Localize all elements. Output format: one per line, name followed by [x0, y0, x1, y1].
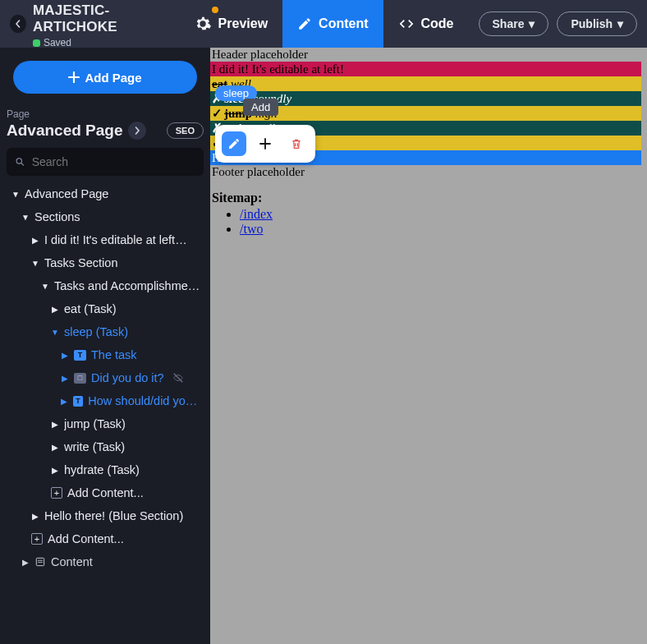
tree-node-sleep[interactable]: ▼sleep (Task) — [0, 320, 210, 343]
view-tabs: Preview Content Code Share ▾ Publish ▾ — [179, 0, 647, 48]
tree-node-jump[interactable]: ▶jump (Task) — [0, 412, 210, 435]
seo-button[interactable]: SEO — [167, 122, 204, 139]
tree-content-group[interactable]: ▶Content — [0, 550, 210, 573]
share-label: Share — [493, 17, 525, 30]
add-page-button[interactable]: Add Page — [13, 61, 197, 94]
pencil-icon — [227, 137, 241, 150]
add-page-label: Add Page — [85, 71, 141, 85]
search-input[interactable] — [32, 155, 195, 168]
sitemap: Sitemap: /index /two — [210, 191, 647, 237]
tree-node-eat[interactable]: ▶eat (Task) — [0, 297, 210, 320]
chevron-right-icon — [133, 126, 141, 135]
page-tree: ▼Advanced Page ▼Sections ▶I did it! It's… — [0, 182, 210, 644]
toolbar-add-button[interactable] — [253, 131, 278, 156]
sitemap-label: Sitemap: — [212, 191, 262, 205]
back-button[interactable] — [10, 15, 26, 33]
tree-node-did-you[interactable]: ▶□Did you do it? — [0, 366, 210, 389]
share-button[interactable]: Share ▾ — [479, 12, 549, 36]
content-icon — [34, 556, 46, 568]
tree-node-hydrate[interactable]: ▶hydrate (Task) — [0, 458, 210, 481]
svg-point-0 — [16, 159, 21, 163]
tree-add-content-inner[interactable]: +Add Content... — [0, 481, 210, 504]
saved-indicator-icon — [33, 39, 40, 47]
plus-icon — [68, 71, 80, 83]
text-field-icon: T — [74, 350, 86, 361]
sidebar: Add Page Page Advanced Page SEO ▼Advance… — [0, 48, 210, 644]
plus-box-icon: + — [31, 533, 43, 545]
canvas-footer: Footer placeholder — [210, 165, 647, 179]
tree-node-sections[interactable]: ▼Sections — [0, 205, 210, 228]
canvas-header: Header placeholder — [210, 48, 647, 62]
tree-node-didit[interactable]: ▶I did it! It's editable at left… — [0, 228, 210, 251]
page-switcher[interactable] — [128, 122, 146, 140]
tab-preview-label: Preview — [218, 16, 268, 31]
page-title: Advanced Page — [7, 122, 123, 140]
tree-node-hello[interactable]: ▶Hello there! (Blue Section) — [0, 504, 210, 527]
chevron-left-icon — [14, 20, 22, 28]
trash-icon — [290, 137, 303, 150]
code-icon — [398, 16, 415, 32]
saved-status: Saved — [44, 37, 71, 48]
topbar: MAJESTIC-ARTICHOKE Saved Preview Content… — [0, 0, 647, 48]
tree-add-content-outer[interactable]: +Add Content... — [0, 527, 210, 550]
project-title: MAJESTIC-ARTICHOKE — [33, 2, 179, 35]
toolbar-delete-button[interactable] — [284, 131, 309, 156]
sitemap-link-index[interactable]: /index — [240, 207, 273, 221]
tooltip-add: Add — [243, 99, 278, 116]
plus-box-icon: + — [51, 487, 62, 499]
tab-code-label: Code — [421, 16, 454, 31]
hidden-icon — [172, 372, 184, 384]
plus-icon — [259, 137, 272, 150]
gear-icon — [194, 15, 212, 33]
project-info: MAJESTIC-ARTICHOKE Saved — [33, 0, 179, 48]
svg-rect-1 — [36, 558, 44, 565]
tab-preview[interactable]: Preview — [179, 0, 282, 48]
tab-content-label: Content — [319, 16, 368, 31]
tree-node-write[interactable]: ▶write (Task) — [0, 435, 210, 458]
tree-node-the-task[interactable]: ▶TThe task — [0, 343, 210, 366]
text-field-icon: T — [73, 396, 84, 407]
search-icon — [15, 156, 25, 168]
canvas-task-eat[interactable]: eat well — [210, 76, 641, 91]
tree-node-root[interactable]: ▼Advanced Page — [0, 182, 210, 205]
page-section-label: Page — [7, 108, 210, 120]
notification-dot-icon — [212, 7, 218, 13]
toolbar-edit-button[interactable] — [222, 131, 246, 156]
sitemap-link-two[interactable]: /two — [240, 222, 263, 236]
chevron-down-icon: ▾ — [529, 17, 535, 30]
chevron-down-icon: ▾ — [617, 17, 623, 30]
tree-node-tasks-section[interactable]: ▼Tasks Section — [0, 251, 210, 274]
tab-code[interactable]: Code — [383, 0, 469, 48]
search-field[interactable] — [7, 148, 204, 176]
tab-content[interactable]: Content — [282, 0, 383, 48]
pencil-icon — [297, 16, 312, 31]
tree-node-tasks-acc[interactable]: ▼Tasks and Accomplishments — [0, 274, 210, 297]
publish-button[interactable]: Publish ▾ — [557, 12, 637, 36]
tree-node-how-should[interactable]: ▶THow should/did you do … — [0, 389, 210, 412]
canvas-line-didit[interactable]: I did it! It's editable at left! — [210, 62, 641, 76]
floating-toolbar — [215, 125, 315, 163]
publish-label: Publish — [571, 17, 613, 30]
boolean-field-icon: □ — [74, 373, 86, 384]
canvas[interactable]: Header placeholder I did it! It's editab… — [210, 48, 647, 644]
